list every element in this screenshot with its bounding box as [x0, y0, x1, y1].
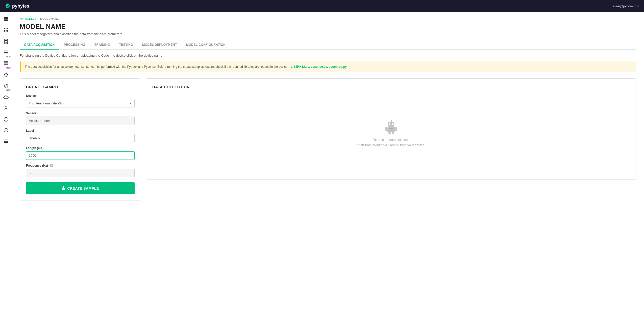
label-label: Label [26, 129, 135, 132]
logo-text: pybytes [12, 4, 29, 9]
svg-rect-43 [392, 123, 393, 125]
device-info-text: For changing the Device Configuration or… [20, 54, 636, 57]
breadcrumb: MY MODELS / MODEL NAME [20, 17, 636, 20]
svg-rect-36 [4, 142, 8, 143]
frequency-label: Frequency (Hz) [26, 164, 48, 167]
info-icon [4, 117, 8, 123]
svg-point-11 [6, 31, 7, 32]
page-subtitle: This Model recognizes and classifies the… [20, 32, 636, 36]
svg-rect-49 [392, 132, 394, 134]
breadcrumb-separator: / [38, 17, 39, 20]
sensor-form-group: Sensor [26, 112, 135, 125]
menu-dots-icon [4, 139, 8, 145]
tab-processing[interactable]: PROCESSING [59, 40, 90, 50]
logo: ⚙ pybytes [5, 3, 29, 9]
frequency-form-group: Frequency (Hz) ? [26, 164, 135, 177]
sidebar-item-info[interactable] [1, 115, 11, 125]
svg-rect-21 [4, 65, 8, 66]
sidebar-item-code[interactable]: NEW [1, 81, 11, 92]
sidebar-item-device[interactable] [1, 37, 11, 47]
frequency-label-row: Frequency (Hz) ? [26, 164, 135, 167]
tab-testing[interactable]: TESTING [115, 40, 138, 50]
label-form-group: Label [26, 129, 135, 142]
create-sample-panel: CREATE SAMPLE Device Frightening-ministe… [20, 78, 141, 200]
device-icon [4, 39, 8, 45]
integration-icon [4, 73, 8, 78]
tab-model-deployment[interactable]: MODEL DEPLOYMENT [138, 40, 182, 50]
svg-rect-14 [5, 40, 7, 41]
new-badge2: NEW [6, 67, 10, 69]
label-input[interactable] [26, 134, 135, 142]
device-form-group: Device Frightening-minister-38 [26, 94, 135, 107]
svg-rect-34 [4, 140, 8, 140]
create-sample-button[interactable]: CREATE SAMPLE [26, 182, 135, 194]
svg-point-9 [7, 30, 8, 31]
user-menu[interactable]: aline@pycom.io ▾ [613, 4, 639, 8]
sidebar-item-bottom[interactable] [1, 137, 11, 147]
app-body: NEW NEW [0, 12, 644, 312]
frequency-help-icon[interactable]: ? [49, 164, 53, 167]
svg-rect-50 [389, 128, 393, 129]
svg-rect-1 [6, 17, 8, 19]
sidebar-item-integration[interactable] [1, 70, 11, 80]
sensor-input [26, 117, 135, 125]
device-select[interactable]: Frightening-minister-38 [26, 99, 135, 107]
sidebar-item-user[interactable] [1, 104, 11, 114]
sidebar-item-dashboard[interactable] [1, 15, 11, 25]
grid-dots-icon [4, 28, 9, 34]
warning-banner: The data acquisition for an acceleromete… [20, 61, 636, 72]
svg-point-27 [5, 75, 7, 77]
cloud-icon [3, 95, 9, 100]
warning-links[interactable]: LIS2HH12.py, pysense.py, pycoproc.py [291, 65, 347, 69]
profile-icon [4, 128, 8, 134]
two-column-layout: CREATE SAMPLE Device Frightening-ministe… [20, 78, 636, 200]
top-navigation: ⚙ pybytes aline@pycom.io ▾ [0, 0, 644, 12]
svg-rect-35 [4, 141, 8, 142]
svg-point-41 [391, 120, 392, 121]
svg-point-33 [5, 128, 7, 131]
svg-rect-3 [6, 19, 8, 21]
svg-rect-18 [4, 54, 8, 54]
length-input[interactable] [26, 151, 135, 160]
svg-point-15 [6, 42, 7, 43]
sidebar-item-profile[interactable] [1, 126, 11, 136]
svg-point-38 [63, 186, 64, 188]
breadcrumb-link[interactable]: MY MODELS [20, 17, 36, 20]
new-badge3: NEW [6, 89, 10, 91]
svg-rect-37 [4, 144, 8, 144]
sensor-label: Sensor [26, 112, 135, 115]
svg-point-24 [4, 74, 5, 75]
svg-rect-42 [389, 123, 390, 125]
sidebar-item-new1[interactable]: NEW [1, 48, 11, 58]
svg-point-7 [4, 30, 5, 31]
code-icon [4, 84, 9, 89]
sidebar-item-grid[interactable] [1, 26, 11, 36]
empty-text: There is no data collected. Start from c… [357, 137, 425, 148]
svg-rect-48 [388, 132, 391, 134]
tab-data-acquisition[interactable]: DATA ACQUISITION [20, 40, 59, 50]
user-email[interactable]: aline@pycom.io ▾ [613, 4, 639, 8]
svg-rect-51 [389, 130, 393, 130]
sidebar-item-new2[interactable]: NEW [1, 59, 11, 69]
sidebar: NEW NEW [0, 12, 12, 312]
svg-rect-20 [4, 63, 8, 64]
storage-icon [4, 61, 8, 68]
empty-line2: Start from creating a Sample from your d… [357, 143, 425, 148]
empty-line1: There is no data collected. [357, 137, 425, 143]
network-icon [4, 50, 8, 56]
svg-rect-46 [385, 127, 387, 131]
svg-point-26 [5, 73, 7, 74]
sidebar-item-cloud[interactable] [1, 93, 11, 103]
page-title: MODEL NAME [20, 23, 636, 31]
create-sample-title: CREATE SAMPLE [26, 85, 135, 89]
warning-text: The data acquisition for an acceleromete… [25, 65, 288, 69]
svg-point-5 [6, 28, 7, 29]
svg-rect-19 [4, 61, 8, 63]
svg-line-28 [6, 84, 7, 88]
svg-rect-2 [4, 19, 6, 21]
user-icon [4, 106, 8, 112]
tab-model-configuration[interactable]: MODEL CONFIGURATION [182, 40, 230, 50]
robot-icon [384, 120, 399, 135]
tab-training[interactable]: TRAINING [90, 40, 115, 50]
main-content: MY MODELS / MODEL NAME MODEL NAME This M… [12, 12, 644, 312]
